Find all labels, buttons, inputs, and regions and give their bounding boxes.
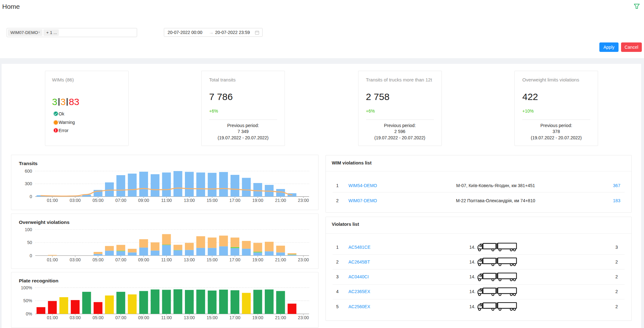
svg-text:09:00: 09:00 (138, 257, 149, 262)
svg-text:13:00: 13:00 (184, 198, 195, 203)
svg-text:09:00: 09:00 (138, 315, 149, 320)
svg-text:21:00: 21:00 (275, 257, 286, 262)
svg-text:23:00: 23:00 (298, 257, 309, 262)
svg-text:23:00: 23:00 (298, 315, 309, 320)
svg-text:05:00: 05:00 (92, 198, 103, 203)
svg-text:0%: 0% (26, 311, 32, 316)
svg-text:50: 50 (27, 240, 32, 245)
svg-text:100%: 100% (21, 285, 32, 290)
svg-text:09:00: 09:00 (138, 198, 149, 203)
svg-text:01:00: 01:00 (47, 198, 58, 203)
svg-text:05:00: 05:00 (92, 257, 103, 262)
svg-text:15:00: 15:00 (207, 257, 218, 262)
svg-text:0: 0 (30, 194, 32, 199)
svg-text:19:00: 19:00 (252, 315, 263, 320)
svg-text:17:00: 17:00 (230, 315, 241, 320)
svg-text:19:00: 19:00 (252, 198, 263, 203)
svg-text:21:00: 21:00 (275, 198, 286, 203)
svg-text:300: 300 (25, 181, 32, 186)
svg-text:21:00: 21:00 (275, 315, 286, 320)
svg-text:600: 600 (25, 169, 32, 174)
svg-text:13:00: 13:00 (184, 257, 195, 262)
svg-text:15:00: 15:00 (207, 198, 218, 203)
svg-text:13:00: 13:00 (184, 315, 195, 320)
svg-text:15:00: 15:00 (207, 315, 218, 320)
svg-text:05:00: 05:00 (92, 315, 103, 320)
svg-text:01:00: 01:00 (47, 315, 58, 320)
svg-text:07:00: 07:00 (115, 315, 126, 320)
svg-text:17:00: 17:00 (230, 198, 241, 203)
svg-text:23:00: 23:00 (298, 198, 309, 203)
svg-text:07:00: 07:00 (115, 257, 126, 262)
svg-text:0: 0 (30, 253, 32, 258)
svg-text:50%: 50% (23, 298, 32, 303)
svg-text:07:00: 07:00 (115, 198, 126, 203)
svg-text:100: 100 (25, 227, 32, 232)
svg-text:11:00: 11:00 (161, 315, 172, 320)
svg-text:11:00: 11:00 (161, 257, 172, 262)
svg-text:03:00: 03:00 (70, 198, 81, 203)
svg-text:19:00: 19:00 (252, 257, 263, 262)
svg-text:01:00: 01:00 (47, 257, 58, 262)
svg-text:17:00: 17:00 (230, 257, 241, 262)
svg-text:03:00: 03:00 (70, 257, 81, 262)
svg-text:11:00: 11:00 (161, 198, 172, 203)
svg-text:03:00: 03:00 (70, 315, 81, 320)
